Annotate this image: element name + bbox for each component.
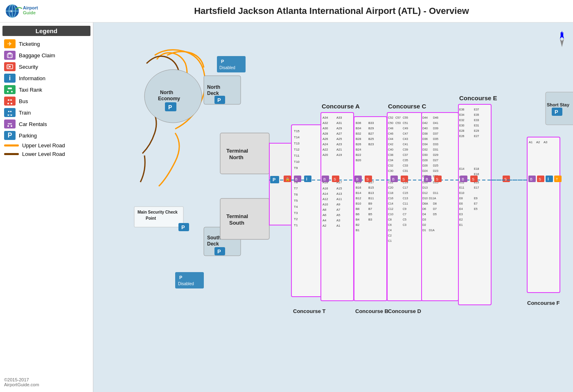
svg-text:A1: A1 [529, 140, 532, 144]
svg-text:✈: ✈ [9, 9, 13, 14]
svg-text:B: B [392, 177, 395, 181]
svg-text:B29: B29 [368, 126, 374, 130]
baggage-icon [4, 51, 16, 60]
svg-text:C34: C34 [388, 159, 393, 162]
svg-text:D38: D38 [422, 132, 428, 135]
svg-text:A28: A28 [323, 132, 328, 135]
svg-text:B: B [356, 177, 359, 181]
svg-text:D11: D11 [433, 191, 438, 194]
svg-text:T1: T1 [294, 223, 298, 227]
svg-text:P: P [217, 248, 221, 255]
concourse-t-label: Concourse T [293, 308, 326, 314]
svg-text:T9: T9 [294, 166, 298, 170]
concourse-b-label: Concourse B [355, 308, 388, 314]
svg-text:C50: C50 [388, 122, 393, 124]
svg-text:C2: C2 [388, 234, 392, 237]
svg-text:i: i [306, 177, 307, 181]
svg-text:B13: B13 [368, 191, 374, 195]
svg-text:E11: E11 [459, 186, 465, 189]
svg-text:E34: E34 [459, 113, 465, 116]
svg-text:A10: A10 [323, 203, 328, 206]
legend-item-baggage: Baggage Claim [2, 50, 90, 61]
svg-text:A26: A26 [323, 137, 328, 141]
svg-text:E14: E14 [459, 167, 465, 170]
svg-rect-148 [387, 113, 422, 301]
svg-text:i: i [548, 177, 549, 181]
svg-text:D37: D37 [433, 132, 438, 135]
svg-rect-30 [8, 123, 12, 124]
svg-text:C6: C6 [388, 223, 392, 226]
svg-text:C10: C10 [388, 213, 393, 216]
svg-text:S: S [334, 177, 336, 181]
page-title-area: Hartsfield Jackson Atlanta International… [94, 6, 569, 16]
svg-text:P: P [179, 275, 182, 280]
copyright: ©2015-2017AirportGuide.com [2, 376, 90, 389]
svg-text:D32: D32 [422, 148, 428, 151]
svg-text:D40: D40 [422, 127, 428, 130]
legend-item-parking: P Parking [2, 130, 90, 141]
svg-text:A21: A21 [336, 148, 342, 151]
svg-text:Deck: Deck [207, 241, 219, 247]
svg-text:B12: B12 [356, 196, 361, 200]
svg-text:D30: D30 [422, 153, 428, 156]
svg-text:B15: B15 [368, 186, 374, 189]
concourse-e-label: Concourse E [459, 95, 497, 101]
svg-text:C55: C55 [403, 116, 408, 119]
svg-rect-281 [304, 176, 311, 182]
svg-text:C5: C5 [403, 218, 406, 221]
legend-item-lower-road: Lower Level Road [2, 150, 90, 158]
svg-text:A5: A5 [336, 213, 340, 217]
upper-road-label: Upper Level Road [22, 142, 65, 149]
svg-text:A34: A34 [323, 116, 328, 119]
svg-text:D42: D42 [422, 122, 428, 124]
svg-text:A1: A1 [336, 224, 340, 228]
svg-point-17 [11, 91, 13, 92]
taxi-icon [4, 85, 16, 94]
svg-text:C38: C38 [388, 153, 393, 156]
svg-text:B3: B3 [368, 218, 372, 221]
svg-text:D7: D7 [433, 207, 437, 210]
svg-text:E9: E9 [474, 197, 478, 200]
svg-text:B5: B5 [368, 212, 372, 216]
svg-text:E2: E2 [459, 218, 463, 221]
svg-text:C4: C4 [388, 229, 392, 232]
svg-text:P: P [221, 59, 224, 64]
svg-text:D8: D8 [433, 202, 437, 205]
svg-text:E18: E18 [474, 167, 479, 170]
svg-rect-47 [217, 56, 246, 72]
svg-text:Terminal: Terminal [226, 148, 248, 154]
svg-text:B23: B23 [368, 142, 374, 146]
svg-text:A16: A16 [323, 187, 328, 190]
svg-text:C11: C11 [403, 202, 408, 205]
page-title: Hartsfield Jackson Atlanta International… [94, 6, 569, 16]
svg-rect-23 [7, 110, 12, 114]
svg-rect-194 [422, 113, 458, 301]
svg-text:P: P [273, 177, 275, 182]
svg-text:B26: B26 [356, 142, 361, 146]
concourse-a-label: Concourse A [322, 103, 360, 110]
svg-text:A8: A8 [323, 208, 326, 212]
svg-text:D35: D35 [433, 137, 438, 140]
svg-text:D13: D13 [422, 186, 428, 189]
svg-text:E36: E36 [459, 108, 465, 111]
main-layout: Legend ✈ Ticketing Baggage Claim Securit… [0, 23, 573, 392]
svg-text:D11A: D11A [429, 197, 436, 200]
svg-rect-13 [9, 66, 11, 68]
svg-text:C37: C37 [403, 153, 408, 156]
lower-road-label: Lower Level Road [22, 151, 65, 157]
svg-text:C30: C30 [388, 169, 393, 172]
svg-text:B14: B14 [356, 191, 361, 195]
svg-text:T12: T12 [294, 148, 300, 151]
svg-text:S: S [472, 177, 474, 181]
svg-text:A6: A6 [323, 213, 326, 217]
concourse-c-label: Concourse C [388, 103, 426, 110]
svg-text:A19: A19 [336, 153, 342, 157]
legend-item-information: i Information [2, 73, 90, 83]
svg-text:E16: E16 [474, 173, 479, 176]
svg-text:C12: C12 [388, 207, 393, 210]
svg-text:D3: D3 [422, 218, 426, 221]
svg-text:D8A: D8A [422, 202, 428, 205]
svg-rect-15 [8, 88, 12, 89]
svg-text:S: S [504, 177, 507, 181]
svg-text:B9: B9 [368, 202, 372, 205]
